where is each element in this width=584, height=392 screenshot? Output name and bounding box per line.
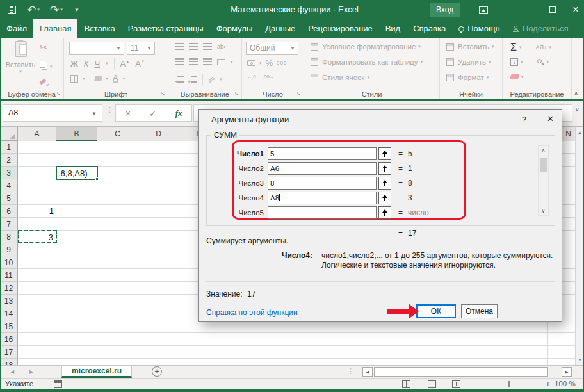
clear-eraser-icon[interactable] [510, 74, 520, 79]
tabbar-splitter[interactable]: ⋮ [347, 367, 354, 375]
row-header-10[interactable]: 10 [0, 256, 18, 269]
row-header-5[interactable]: 5 [0, 192, 18, 205]
row-header-2[interactable]: 2 [0, 154, 18, 167]
zoom-slider-track[interactable] [476, 384, 544, 384]
align-top-icon[interactable] [175, 43, 184, 50]
cell-styles-button[interactable]: Стили ячеек▾ [311, 74, 369, 81]
tab-review[interactable]: Рецензирование [302, 19, 378, 38]
number-dialog-launcher[interactable]: ↘ [295, 91, 302, 97]
select-all-corner[interactable] [0, 127, 18, 141]
collapse-dialog-button-3[interactable] [378, 177, 391, 190]
row-header-4[interactable]: 4 [0, 179, 18, 192]
column-header-B[interactable]: B [56, 127, 97, 141]
find-select-icon[interactable] [537, 59, 544, 66]
comma-style-icon[interactable]: 000 [277, 60, 287, 66]
zoom-out-icon[interactable]: − [467, 379, 473, 389]
dialog-scroll-up-icon[interactable]: ∧ [539, 147, 548, 153]
dialog-scroll-down-icon[interactable]: ∨ [539, 208, 548, 214]
cell-A8[interactable]: 3 [18, 230, 57, 243]
tab-insert[interactable]: Вставка [77, 19, 121, 38]
cancel-entry-icon[interactable]: × [125, 108, 131, 118]
normal-view-icon[interactable] [402, 380, 410, 388]
zoom-in-icon[interactable]: + [546, 379, 551, 389]
row-header-12[interactable]: 12 [0, 282, 18, 295]
redo-button[interactable]: ↷▾ [50, 0, 63, 19]
tab-home[interactable]: Главная [33, 19, 77, 38]
percent-icon[interactable]: % [266, 58, 273, 68]
row-header-18[interactable]: 18 [0, 359, 18, 365]
row-header-8[interactable]: 8 [0, 231, 18, 243]
hscroll-right-icon[interactable]: ▶ [562, 367, 572, 377]
decrease-indent-icon[interactable]: ◂ [175, 74, 184, 85]
tab-share[interactable]: Поделиться [507, 19, 575, 38]
tab-view[interactable]: Вид [379, 19, 407, 38]
tab-formulas[interactable]: Формулы [210, 19, 259, 38]
new-sheet-icon[interactable]: + [152, 366, 162, 377]
clipboard-dialog-launcher[interactable]: ↘ [55, 91, 61, 97]
sign-in-button[interactable]: Вход [430, 3, 460, 17]
borders-icon[interactable] [70, 75, 78, 83]
increase-indent-icon[interactable]: ▸ [189, 74, 198, 85]
maximize-button[interactable] [542, 0, 564, 19]
sheet-tab-active[interactable]: microexcel.ru [61, 366, 132, 378]
merge-center-icon[interactable] [217, 59, 225, 65]
font-dialog-launcher[interactable]: ↘ [159, 91, 166, 97]
grow-font-button[interactable]: А▲ [120, 59, 130, 69]
row-header-16[interactable]: 16 [0, 333, 18, 346]
tab-file[interactable]: Файл [0, 19, 33, 38]
fill-icon[interactable]: ↓ [510, 58, 518, 66]
sheet-next-icon[interactable]: ▶ [29, 369, 33, 375]
fill-handle[interactable] [95, 177, 99, 181]
formula-bar-splitter[interactable]: ⋮ [106, 106, 113, 114]
hscroll-thumb[interactable] [374, 367, 548, 377]
row-header-3[interactable]: 3 [0, 167, 18, 179]
increase-decimal-icon[interactable]: ←,0 [247, 74, 256, 79]
field-input-5[interactable] [268, 206, 377, 219]
align-bottom-icon[interactable] [203, 43, 212, 50]
page-layout-view-icon[interactable] [428, 380, 436, 388]
copy-icon[interactable]: ▾ [40, 59, 53, 70]
tab-data[interactable]: Данные [259, 19, 302, 38]
collapse-dialog-button-4[interactable] [378, 192, 391, 204]
expand-formula-bar-icon[interactable]: ∨ [575, 106, 580, 113]
name-box[interactable]: A8 ▼ [3, 104, 102, 122]
field-input-2[interactable]: А6 [268, 162, 377, 175]
row-header-14[interactable]: 14 [0, 307, 18, 320]
font-color-icon[interactable]: А [113, 74, 118, 83]
bold-button[interactable]: Ж [70, 59, 78, 69]
font-name-combo[interactable]: ▼ [69, 42, 124, 55]
qat-customize-icon[interactable]: ▼ [74, 0, 79, 19]
help-link[interactable]: Справка по этой функции [206, 308, 298, 317]
row-header-6[interactable]: 6 [0, 205, 18, 218]
collapse-ribbon-icon[interactable]: ∧ [574, 90, 578, 97]
currency-icon[interactable] [247, 60, 256, 66]
save-icon[interactable] [8, 0, 16, 19]
cut-icon[interactable]: ✂ [40, 42, 47, 53]
align-left-icon[interactable] [175, 58, 184, 65]
dialog-help-icon[interactable]: ? [522, 115, 526, 124]
decrease-decimal-icon[interactable]: ,00→ [263, 74, 274, 79]
row-header-1[interactable]: 1 [0, 141, 18, 154]
collapse-dialog-button-1[interactable] [378, 147, 391, 160]
close-button[interactable]: × [565, 0, 584, 19]
conditional-formatting-button[interactable]: Условное форматирование▾ [311, 43, 421, 51]
field-input-4[interactable]: А8 [268, 192, 377, 204]
minimize-button[interactable]: — [519, 0, 540, 19]
cancel-button[interactable]: Отмена [461, 304, 498, 318]
format-as-table-button[interactable]: Форматировать как таблицу▾ [311, 58, 423, 66]
ribbon-display-options-icon[interactable] [473, 0, 494, 19]
confirm-entry-icon[interactable]: ✓ [149, 108, 157, 118]
cell-B3[interactable]: .6;8;A8) [56, 166, 98, 180]
tab-page-layout[interactable]: Разметка страницы [122, 19, 210, 38]
field-input-1[interactable]: 5 [268, 147, 377, 160]
number-format-combo[interactable]: Общий▼ [246, 42, 298, 55]
collapse-dialog-button-5[interactable] [378, 206, 391, 219]
tab-help[interactable]: Справка [407, 19, 452, 38]
cell-A6[interactable]: 1 [18, 205, 56, 218]
align-center-icon[interactable] [189, 58, 198, 65]
insert-cells-button[interactable]: Вставить▾ [446, 43, 494, 51]
column-header-A[interactable]: A [18, 127, 56, 141]
collapse-dialog-button-2[interactable] [378, 162, 391, 175]
name-box-dropdown-icon[interactable]: ▼ [92, 111, 97, 117]
undo-button[interactable]: ↶▾ [27, 0, 40, 19]
